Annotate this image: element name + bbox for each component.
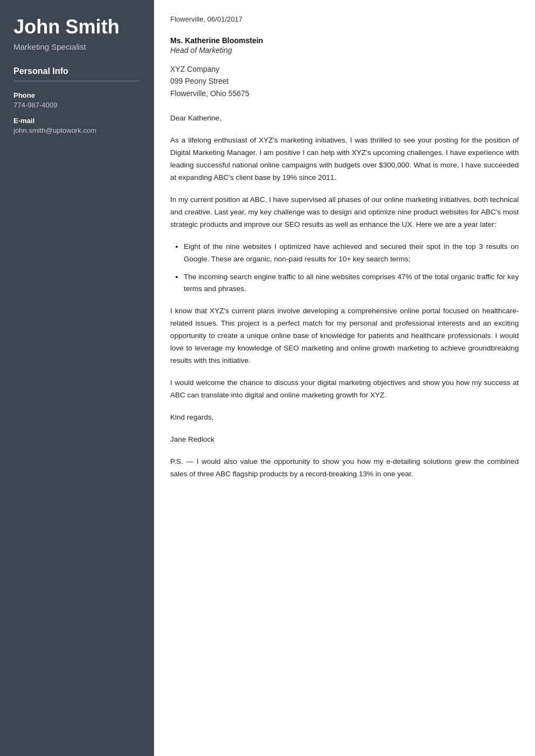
email-value: john.smith@uptowork.com [14, 126, 141, 134]
letter-content: Flowerville, 06/01/2017 Ms. Katherine Bl… [154, 0, 535, 756]
bullet-item-2: The incoming search engine traffic to al… [184, 271, 519, 296]
sidebar: John Smith Marketing Specialist Personal… [0, 0, 154, 756]
resume-page: John Smith Marketing Specialist Personal… [0, 0, 535, 756]
bullet-item-1: Eight of the nine websites I optimized h… [184, 241, 519, 266]
email-label: E-mail [14, 117, 141, 125]
recipient-title: Head of Marketing [170, 46, 519, 55]
phone-label: Phone [14, 91, 141, 99]
applicant-name: John Smith [14, 16, 141, 38]
address-line2: 099 Peony Street [170, 77, 229, 85]
personal-info-section: Personal Info Phone 774-987-4009 E-mail … [14, 66, 141, 134]
recipient-block: Ms. Katherine Bloomstein Head of Marketi… [170, 36, 519, 99]
bullet-list: Eight of the nine websites I optimized h… [181, 241, 519, 296]
recipient-address: XYZ Company 099 Peony Street Flowerville… [170, 63, 519, 99]
recipient-name: Ms. Katherine Bloomstein [170, 36, 519, 45]
paragraph-1: As a lifelong enthusiast of XYZ's market… [170, 134, 519, 184]
salutation: Dear Katherine, [170, 112, 519, 125]
paragraph-4: I would welcome the chance to discuss yo… [170, 377, 519, 402]
letter-body: Dear Katherine, As a lifelong enthusiast… [170, 112, 519, 481]
paragraph-2: In my current position at ABC, I have su… [170, 194, 519, 231]
paragraph-3: I know that XYZ's current plans involve … [170, 305, 519, 367]
letter-date: Flowerville, 06/01/2017 [170, 15, 519, 23]
address-line1: XYZ Company [170, 65, 219, 73]
personal-info-heading: Personal Info [14, 66, 141, 82]
sign-off: Kind regards, [170, 411, 519, 424]
signer-name: Jane Redlock [170, 434, 519, 446]
address-line3: Flowerville, Ohio 55675 [170, 89, 249, 98]
ps-text: P.S. — I would also value the opportunit… [170, 456, 519, 481]
applicant-title: Marketing Specialist [14, 42, 141, 51]
phone-value: 774-987-4009 [14, 101, 141, 109]
